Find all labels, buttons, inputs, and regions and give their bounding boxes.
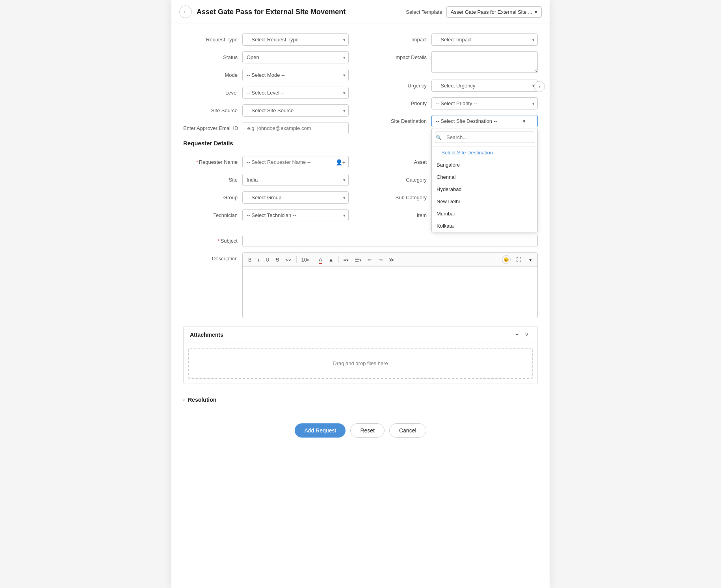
site-destination-search-wrapper: 🔍 <box>432 128 537 147</box>
technician-label: Technician <box>183 209 242 218</box>
bold-button[interactable]: B <box>246 256 254 264</box>
subject-input[interactable] <box>242 235 538 247</box>
left-col: Request Type -- Select Request Type -- ▾… <box>183 33 360 140</box>
urgency-select-wrapper: -- Select Urgency -- ▾ <box>431 80 538 92</box>
code-button[interactable]: <> <box>283 256 294 264</box>
site-destination-option-hyderabad[interactable]: Hyderabad <box>432 183 537 195</box>
site-destination-option-bangalore[interactable]: Bangalore <box>432 159 537 171</box>
attachments-actions: + ∨ <box>513 330 531 339</box>
site-source-select[interactable]: -- Select Site Source -- <box>242 104 349 117</box>
approver-email-label: Enter Approver Email ID <box>183 122 243 131</box>
requester-name-input[interactable] <box>242 156 349 168</box>
expand-button[interactable]: ▾ <box>527 256 534 264</box>
mode-row: Mode -- Select Mode -- ▾ <box>183 69 360 81</box>
site-destination-option-chennai[interactable]: Chennai <box>432 171 537 183</box>
page-header: ← Asset Gate Pass for External Site Move… <box>171 0 550 24</box>
outdent-button[interactable]: ⇥ <box>376 256 385 264</box>
site-destination-menu: 🔍 -- Select Site Destination -- Bangalor… <box>431 128 538 232</box>
technician-select[interactable]: -- Select Technician -- <box>242 209 349 221</box>
attachments-section: Attachments + ∨ Drag and drop files here <box>183 326 538 384</box>
special-button[interactable]: ≫ <box>387 256 397 264</box>
header-left: ← Asset Gate Pass for External Site Move… <box>179 6 346 18</box>
request-type-field: -- Select Request Type -- ▾ <box>242 33 349 46</box>
level-select[interactable]: -- Select Level -- <box>242 87 349 99</box>
group-select[interactable]: -- Select Group -- <box>242 191 349 204</box>
indent-button[interactable]: ⇤ <box>365 256 374 264</box>
approver-email-field <box>243 122 349 134</box>
list-button[interactable]: ☰▾ <box>352 256 364 264</box>
urgency-row: Urgency -- Select Urgency -- ▾ <box>372 80 538 92</box>
description-field: B I U S <> 10▾ A ▲ <box>242 252 538 318</box>
nav-arrow[interactable]: › <box>534 81 545 92</box>
urgency-select[interactable]: -- Select Urgency -- <box>431 80 538 92</box>
status-label: Status <box>183 51 242 60</box>
resolution-header[interactable]: › Resolution <box>183 397 538 403</box>
impact-details-textarea[interactable] <box>431 51 538 73</box>
site-destination-label: Site Destination <box>372 115 431 124</box>
request-type-select[interactable]: -- Select Request Type -- <box>242 33 349 46</box>
reset-button[interactable]: Reset <box>350 423 385 438</box>
impact-select[interactable]: -- Select Impact -- <box>431 33 538 46</box>
impact-field: -- Select Impact -- ▾ <box>431 33 538 46</box>
mode-label: Mode <box>183 69 242 78</box>
urgency-label: Urgency <box>372 80 431 89</box>
site-source-select-wrapper: -- Select Site Source -- ▾ <box>242 104 349 117</box>
site-source-row: Site Source -- Select Site Source -- ▾ <box>183 104 360 117</box>
group-field: -- Select Group -- ▾ <box>242 191 349 204</box>
font-size-button[interactable]: 10▾ <box>299 256 311 264</box>
site-destination-option-placeholder[interactable]: -- Select Site Destination -- <box>432 147 537 159</box>
editor-content[interactable] <box>243 267 537 318</box>
urgency-field: -- Select Urgency -- ▾ <box>431 80 538 92</box>
drop-zone[interactable]: Drag and drop files here <box>188 348 533 379</box>
requester-name-required: * <box>196 159 198 165</box>
footer-actions: Add Request Reset Cancel <box>183 415 538 449</box>
site-select[interactable]: India <box>242 174 349 186</box>
fullscreen-button[interactable]: ⛶ <box>514 256 524 264</box>
resolution-section: › Resolution <box>183 392 538 408</box>
attachments-title: Attachments <box>190 332 223 338</box>
editor-toolbar: B I U S <> 10▾ A ▲ <box>243 253 537 267</box>
site-destination-option-new-delhi[interactable]: New Delhi <box>432 195 537 208</box>
attachments-add-button[interactable]: + <box>513 330 521 339</box>
text-color-button[interactable]: A <box>316 256 325 264</box>
cancel-button[interactable]: Cancel <box>389 423 426 438</box>
underline-button[interactable]: U <box>263 256 271 264</box>
site-destination-trigger[interactable]: -- Select Site Destination -- ▾ <box>431 115 538 127</box>
request-type-label: Request Type <box>183 33 242 43</box>
technician-select-wrapper: -- Select Technician -- ▾ <box>242 209 349 221</box>
italic-button[interactable]: I <box>256 256 262 264</box>
impact-row: Impact -- Select Impact -- ▾ <box>372 33 538 46</box>
strikethrough-button[interactable]: S <box>273 256 282 264</box>
approver-email-input[interactable] <box>243 122 349 134</box>
site-destination-chevron-icon: ▾ <box>523 118 526 124</box>
site-source-label: Site Source <box>183 104 242 113</box>
attachments-expand-button[interactable]: ∨ <box>522 330 531 339</box>
status-field: Open ▾ <box>242 51 349 63</box>
back-button[interactable]: ← <box>179 6 192 18</box>
template-chevron-icon: ▾ <box>535 9 537 15</box>
highlight-button[interactable]: ▲ <box>326 256 336 264</box>
right-col: Impact -- Select Impact -- ▾ Impact Deta… <box>360 33 538 140</box>
requester-name-field: 👤+ <box>242 156 349 168</box>
site-destination-option-mumbai[interactable]: Mumbai <box>432 208 537 220</box>
site-destination-option-kolkata[interactable]: Kolkata <box>432 220 537 232</box>
group-select-wrapper: -- Select Group -- ▾ <box>242 191 349 204</box>
toolbar-divider-3 <box>338 256 339 263</box>
template-select[interactable]: Asset Gate Pass for External Site ... ▾ <box>446 6 542 18</box>
site-destination-search-input[interactable] <box>435 132 534 143</box>
top-section: Request Type -- Select Request Type -- ▾… <box>183 33 538 140</box>
align-button[interactable]: ≡▾ <box>341 256 351 264</box>
add-request-button[interactable]: Add Request <box>295 423 346 438</box>
mode-select[interactable]: -- Select Mode -- <box>242 69 349 81</box>
impact-details-field <box>431 51 538 74</box>
site-row: Site India ▾ <box>183 174 360 186</box>
header-right: Select Template Asset Gate Pass for Exte… <box>406 6 542 18</box>
priority-select[interactable]: -- Select Priority -- <box>431 97 538 109</box>
emoji-button[interactable]: 😊 <box>502 255 511 264</box>
status-row: Status Open ▾ <box>183 51 360 63</box>
request-type-select-wrapper: -- Select Request Type -- ▾ <box>242 33 349 46</box>
site-destination-dropdown-wrapper: -- Select Site Destination -- ▾ 🔍 -- Sel… <box>431 115 538 127</box>
status-select[interactable]: Open <box>242 51 349 63</box>
level-select-wrapper: -- Select Level -- ▾ <box>242 87 349 99</box>
status-select-wrapper: Open ▾ <box>242 51 349 63</box>
